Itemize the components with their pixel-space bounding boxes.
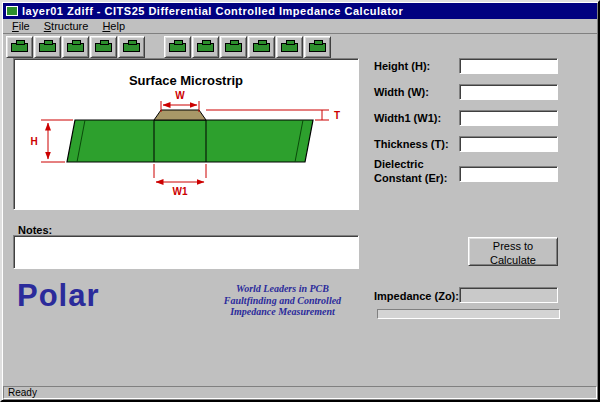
pcb-structure-icon xyxy=(253,43,270,52)
width1-label: Width1 (W1): xyxy=(374,112,462,126)
diagram-title: Surface Microstrip xyxy=(14,73,358,88)
dimension-label-w1: W1 xyxy=(173,186,188,197)
toolbar-structure-button-6[interactable] xyxy=(164,36,191,58)
progress-bar xyxy=(377,309,560,319)
width-input[interactable] xyxy=(459,84,558,100)
impedance-output xyxy=(459,287,558,303)
pcb-structure-icon xyxy=(67,43,84,52)
structure-diagram-panel: Surface Microstrip W T xyxy=(13,58,359,210)
pcb-structure-icon xyxy=(197,43,214,52)
dielectric-constant-label: Dielectric Constant (Er): xyxy=(374,158,462,186)
toolbar-structure-button-11[interactable] xyxy=(304,36,331,58)
tagline-line-3: Impedance Measurement xyxy=(200,306,365,318)
pcb-structure-icon xyxy=(309,43,326,52)
status-bar: Ready xyxy=(2,384,598,400)
height-label: Height (H): xyxy=(374,60,462,74)
dielectric-constant-input[interactable] xyxy=(459,166,558,182)
toolbar-structure-button-10[interactable] xyxy=(276,36,303,58)
toolbar-structure-button-5[interactable] xyxy=(118,36,145,58)
thickness-input[interactable] xyxy=(459,136,558,152)
dimension-label-h: H xyxy=(30,136,37,147)
polar-logo: Polar xyxy=(17,278,100,314)
menu-help[interactable]: Help xyxy=(95,19,132,32)
pcb-structure-icon xyxy=(95,43,112,52)
pcb-structure-icon xyxy=(11,43,28,52)
toolbar-structure-button-7[interactable] xyxy=(192,36,219,58)
window-title: layer01 Zdiff - CITS25 Differential Cont… xyxy=(22,5,403,17)
toolbar xyxy=(3,35,597,59)
trace-cross-section xyxy=(154,110,206,120)
dimension-label-t: T xyxy=(334,110,340,121)
width1-input[interactable] xyxy=(459,110,558,126)
toolbar-group-1 xyxy=(6,36,146,58)
surface-microstrip-diagram: W T H W1 xyxy=(21,90,351,202)
impedance-label: Impedance (Zo): xyxy=(374,290,459,302)
substrate-cross-section xyxy=(67,120,313,162)
toolbar-structure-button-4[interactable] xyxy=(90,36,117,58)
thickness-label: Thickness (T): xyxy=(374,138,462,152)
menu-file[interactable]: File xyxy=(5,19,37,32)
pcb-structure-icon xyxy=(39,43,56,52)
pcb-structure-icon xyxy=(225,43,242,52)
toolbar-structure-button-1[interactable] xyxy=(6,36,33,58)
notes-textarea[interactable] xyxy=(13,235,359,269)
pcb-structure-icon xyxy=(169,43,186,52)
brand-tagline: World Leaders in PCB Faultfinding and Co… xyxy=(200,283,365,318)
menu-structure[interactable]: Structure xyxy=(37,19,96,32)
toolbar-group-2 xyxy=(164,36,332,58)
width-label: Width (W): xyxy=(374,86,462,100)
tagline-line-2: Faultfinding and Controlled xyxy=(200,295,365,307)
menu-bar: FileStructureHelp xyxy=(3,19,597,34)
status-text: Ready xyxy=(3,386,597,399)
window-icon xyxy=(6,6,18,16)
title-bar[interactable]: layer01 Zdiff - CITS25 Differential Cont… xyxy=(3,3,597,19)
dimension-label-w: W xyxy=(175,90,185,101)
toolbar-structure-button-2[interactable] xyxy=(34,36,61,58)
tagline-line-1: World Leaders in PCB xyxy=(200,283,365,295)
calculate-button[interactable]: Press to Calculate xyxy=(468,237,558,266)
height-input[interactable] xyxy=(459,58,558,74)
pcb-structure-icon xyxy=(281,43,298,52)
toolbar-structure-button-8[interactable] xyxy=(220,36,247,58)
pcb-structure-icon xyxy=(123,43,140,52)
toolbar-structure-button-9[interactable] xyxy=(248,36,275,58)
toolbar-structure-button-3[interactable] xyxy=(62,36,89,58)
application-window: layer01 Zdiff - CITS25 Differential Cont… xyxy=(0,0,600,402)
